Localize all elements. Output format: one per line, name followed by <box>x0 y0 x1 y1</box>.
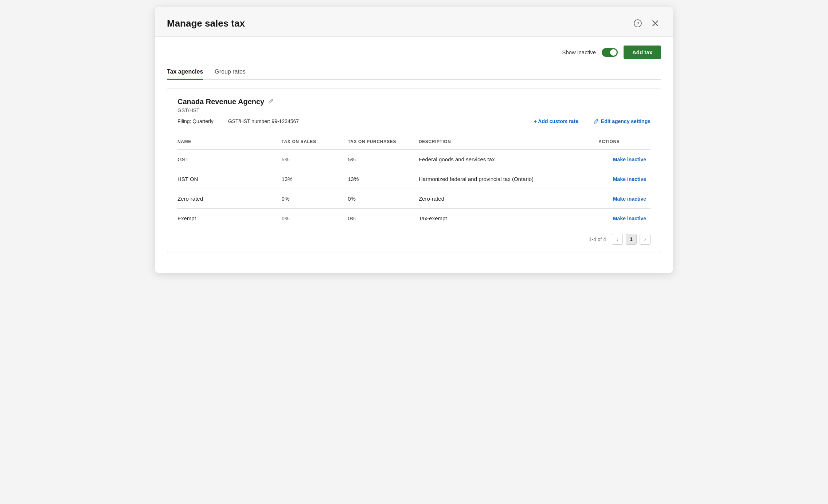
cell-name-3: Exempt <box>177 209 282 228</box>
cell-description-1: Harmonized federal and provincial tax (O… <box>419 169 598 189</box>
number-info: GST/HST number: 99-1234567 <box>228 118 299 124</box>
tabs: Tax agencies Group rates <box>167 65 661 80</box>
modal-title: Manage sales tax <box>167 18 245 29</box>
show-inactive-label: Show inactive <box>562 49 596 55</box>
tab-group-rates[interactable]: Group rates <box>215 65 245 80</box>
cell-purchases-2: 0% <box>348 189 419 209</box>
cell-sales-1: 13% <box>282 169 348 189</box>
cell-actions-1: Make inactive <box>598 169 651 189</box>
col-header-actions: ACTIONS <box>598 134 651 150</box>
rates-table-body: GST 5% 5% Federal goods and services tax… <box>177 150 651 228</box>
table-row: Exempt 0% 0% Tax-exempt Make inactive <box>177 209 651 228</box>
cell-description-2: Zero-rated <box>419 189 598 209</box>
tab-tax-agencies[interactable]: Tax agencies <box>167 65 203 80</box>
prev-page-button[interactable]: ‹ <box>612 234 623 245</box>
col-header-tax-on-purchases: TAX ON PURCHASES <box>348 134 419 150</box>
next-icon: › <box>644 236 646 242</box>
cell-name-1: HST ON <box>177 169 282 189</box>
cell-sales-2: 0% <box>282 189 348 209</box>
modal-header: Manage sales tax ? <box>155 7 673 37</box>
table-row: HST ON 13% 13% Harmonized federal and pr… <box>177 169 651 189</box>
make-inactive-button-3[interactable]: Make inactive <box>613 216 646 221</box>
agency-edit-pencil-icon[interactable] <box>268 98 274 106</box>
svg-text:?: ? <box>636 21 639 26</box>
edit-agency-settings-button[interactable]: Edit agency settings <box>593 118 651 124</box>
make-inactive-button-0[interactable]: Make inactive <box>613 157 646 162</box>
agency-card: Canada Revenue Agency GST/HST Filing: Qu… <box>167 88 661 252</box>
filing-info: Filing: Quarterly <box>177 118 214 124</box>
pencil-icon <box>593 119 599 124</box>
header-icons: ? <box>632 17 661 29</box>
show-inactive-toggle[interactable] <box>602 48 618 57</box>
cell-name-2: Zero-rated <box>177 189 282 209</box>
make-inactive-button-1[interactable]: Make inactive <box>613 176 646 182</box>
agency-meta-left: Filing: Quarterly GST/HST number: 99-123… <box>177 118 299 124</box>
table-row: Zero-rated 0% 0% Zero-rated Make inactiv… <box>177 189 651 209</box>
cell-actions-3: Make inactive <box>598 209 651 228</box>
col-header-description: DESCRIPTION <box>419 134 598 150</box>
top-bar: Show inactive Add tax <box>167 46 661 59</box>
cell-actions-0: Make inactive <box>598 150 651 169</box>
page-1-button[interactable]: 1 <box>626 234 637 245</box>
cell-purchases-1: 13% <box>348 169 419 189</box>
agency-type: GST/HST <box>177 107 651 113</box>
cell-purchases-0: 5% <box>348 150 419 169</box>
close-button[interactable] <box>649 17 661 29</box>
add-custom-rate-button[interactable]: + Add custom rate <box>534 118 578 124</box>
table-header-row: NAME TAX ON SALES TAX ON PURCHASES DESCR… <box>177 134 651 150</box>
modal-body: Show inactive Add tax Tax agencies Group… <box>155 37 673 273</box>
col-header-tax-on-sales: TAX ON SALES <box>282 134 348 150</box>
cell-actions-2: Make inactive <box>598 189 651 209</box>
cell-description-3: Tax-exempt <box>419 209 598 228</box>
table-row: GST 5% 5% Federal goods and services tax… <box>177 150 651 169</box>
pagination-info: 1-4 of 4 <box>589 236 606 242</box>
make-inactive-button-2[interactable]: Make inactive <box>613 196 646 202</box>
agency-name-row: Canada Revenue Agency <box>177 98 651 106</box>
cell-description-0: Federal goods and services tax <box>419 150 598 169</box>
help-button[interactable]: ? <box>632 17 644 29</box>
add-tax-button[interactable]: Add tax <box>624 46 661 59</box>
cell-name-0: GST <box>177 150 282 169</box>
cell-sales-3: 0% <box>282 209 348 228</box>
next-page-button[interactable]: › <box>640 234 651 245</box>
agency-name: Canada Revenue Agency <box>177 98 264 106</box>
rates-table: NAME TAX ON SALES TAX ON PURCHASES DESCR… <box>177 134 651 228</box>
meta-divider <box>586 118 586 125</box>
pagination-row: 1-4 of 4 ‹ 1 › <box>177 228 651 252</box>
cell-purchases-3: 0% <box>348 209 419 228</box>
manage-sales-tax-modal: Manage sales tax ? Show inactive <box>155 7 673 273</box>
agency-meta-right: + Add custom rate Edit agency settings <box>534 118 651 125</box>
toggle-thumb <box>610 49 617 56</box>
agency-meta-row: Filing: Quarterly GST/HST number: 99-123… <box>177 118 651 131</box>
cell-sales-0: 5% <box>282 150 348 169</box>
col-header-name: NAME <box>177 134 282 150</box>
prev-icon: ‹ <box>617 236 618 242</box>
edit-agency-label: Edit agency settings <box>601 118 651 124</box>
